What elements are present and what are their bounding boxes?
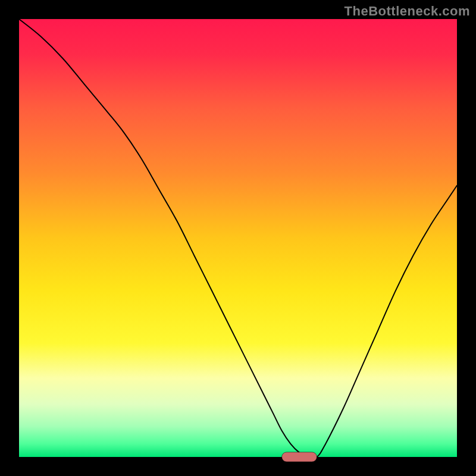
chart-frame	[457, 0, 476, 476]
chart-frame	[0, 457, 476, 476]
bottleneck-chart: TheBottleneck.com	[0, 0, 476, 476]
optimum-marker	[282, 452, 317, 462]
chart-canvas	[0, 0, 476, 476]
watermark-text: TheBottleneck.com	[345, 4, 470, 19]
chart-frame	[0, 0, 19, 476]
